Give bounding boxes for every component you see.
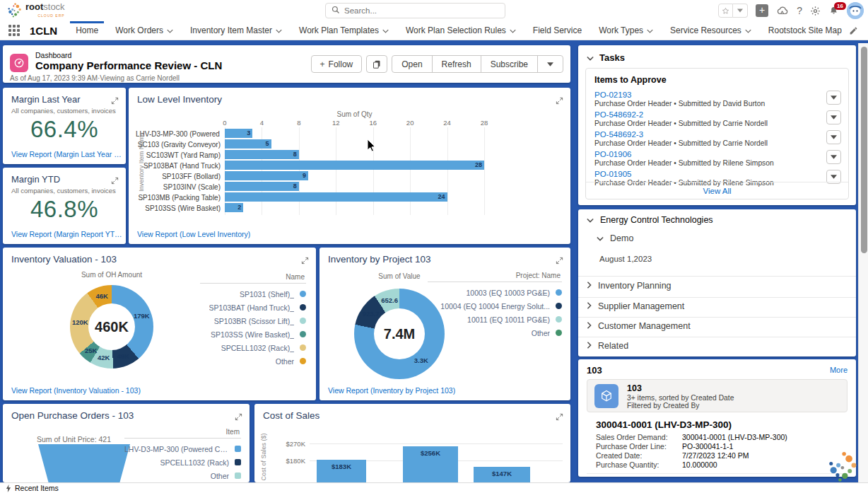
approval-item-link[interactable]: PO-02193 (594, 91, 820, 99)
legend-entry[interactable]: Other (200, 354, 306, 368)
tab-home[interactable]: Home (67, 21, 107, 40)
chevron-down-icon (597, 233, 604, 243)
bar[interactable]: 8 (225, 150, 299, 159)
legend-entry[interactable]: SP103SS (Wire Basket)_ (200, 327, 306, 341)
section-related[interactable]: Related (587, 341, 628, 351)
recent-items-bar[interactable]: Recent Items (0, 482, 868, 493)
approval-item-link[interactable]: PO-01905 (594, 170, 820, 178)
section-supplier-management[interactable]: Supplier Management (587, 301, 684, 311)
rootstock-logo[interactable]: rootstock CLOUD ERP (7, 1, 65, 21)
legend-entry[interactable]: SP103BAT (Hand Truck)_ (200, 301, 306, 314)
search-input[interactable] (344, 6, 499, 15)
record-field: Sales Order Demand: 300041-0001 (LHV-D3-… (596, 433, 848, 441)
help-icon[interactable]: ? (797, 5, 802, 16)
subscribe-button[interactable]: Subscribe (481, 56, 537, 72)
divider (578, 276, 856, 277)
view-report-link[interactable]: View Report (Inventory by Project 103) (328, 386, 455, 395)
approval-item-link[interactable]: PO-01906 (594, 150, 820, 158)
view-report-link[interactable]: View Report (Inventory Valuation - 103) (11, 386, 141, 395)
bar[interactable]: 28 (225, 161, 484, 170)
more-actions-caret-button[interactable] (537, 56, 563, 72)
tab-work-plan-selection-rules[interactable]: Work Plan Selection Rules (397, 21, 524, 40)
list-name: 103 (627, 383, 642, 393)
brand-word-bold: root (25, 1, 43, 12)
brand-word-light: stock (43, 1, 64, 12)
tab-field-service[interactable]: Field Service (524, 21, 590, 40)
refresh-button[interactable]: Refresh (432, 56, 481, 72)
legend-entry[interactable]: 10011 (EQ 10011 PG&E) (428, 313, 562, 326)
global-actions-icon[interactable]: + (756, 4, 768, 17)
expand-icon[interactable] (111, 175, 119, 187)
metric-subtitle: All companies, customers, invoices (11, 107, 116, 115)
bar[interactable]: 2 (225, 203, 243, 212)
legend-swatch (300, 344, 306, 351)
view-all-link[interactable]: View All (586, 182, 848, 199)
legend-entry[interactable]: SPCELL1032 (Rack) (124, 456, 241, 469)
notifications-bell-icon[interactable]: 16 (828, 6, 839, 16)
favorites-menu-button[interactable] (733, 4, 748, 18)
column-chart-area: Cost of Sales ($)$270K$180K$183K$256K$14… (254, 404, 570, 482)
legend-title: Item (124, 428, 241, 439)
x-tick-label: 24 (439, 119, 456, 127)
view-report-link[interactable]: View Report (Margin Report YTD by Custo.… (11, 230, 124, 238)
approval-item-menu-button[interactable] (826, 150, 841, 164)
tab-work-plan-templates[interactable]: Work Plan Templates (291, 21, 397, 40)
user-avatar[interactable] (847, 2, 864, 19)
approval-item-menu-button[interactable] (826, 91, 841, 105)
approval-item-menu-button[interactable] (826, 130, 841, 144)
legend-entry[interactable]: Other (124, 469, 241, 482)
approval-item-link[interactable]: PO-548692-3 (594, 130, 820, 139)
view-report-link[interactable]: View Report (Low Level Inventory) (137, 230, 250, 238)
chevron-down-icon[interactable] (587, 52, 594, 63)
edit-nav-pencil-icon[interactable] (849, 25, 858, 38)
bar[interactable]: 8 (225, 182, 299, 191)
tab-service-resources[interactable]: Service Resources (662, 21, 760, 40)
list-summary-card[interactable]: 103 3+ items, sorted by Created Date Fil… (587, 379, 848, 412)
account-section-header[interactable]: Energy Control Technologies (587, 215, 713, 225)
setup-gear-icon[interactable] (810, 6, 821, 16)
legend-entry[interactable]: SPCELL1032 (Rack)_ (200, 341, 306, 354)
more-link[interactable]: More (830, 366, 848, 374)
approval-item: PO-548692-2 Purchase Order Header • Subm… (594, 110, 820, 129)
legend-entry[interactable]: 10004 (EQ 10004 Energy Solut... (428, 299, 562, 313)
demo-subsection-header[interactable]: Demo (597, 233, 633, 243)
scrollbar-thumb[interactable] (861, 47, 867, 253)
legend-entry[interactable]: SP103BR (Scissor Lift)_ (200, 314, 306, 327)
field-value: PO-300041-1-1 (682, 442, 733, 451)
approval-item-menu-button[interactable] (826, 110, 841, 124)
tab-inventory-item-master[interactable]: Inventory Item Master (182, 21, 291, 40)
metric-value: 66.4% (3, 116, 126, 143)
section-inventory-planning[interactable]: Inventory Planning (587, 281, 671, 291)
approval-item-link[interactable]: PO-548692-2 (594, 110, 820, 119)
funnel-segment[interactable] (38, 444, 130, 482)
bar[interactable]: 9 (225, 171, 308, 180)
tab-rootstock-site-map[interactable]: Rootstock Site Map (760, 21, 850, 40)
expand-icon[interactable] (556, 95, 563, 108)
clone-dashboard-button[interactable] (366, 55, 387, 73)
dashboard-meta: As of Aug 17, 2023 9:39 AM·Viewing as Ca… (10, 74, 180, 82)
tab-work-types[interactable]: Work Types (590, 21, 662, 40)
legend-entry[interactable]: LHV-D3-MP-300 (Powered Co... (124, 442, 241, 456)
x-tick-label: 4 (253, 119, 270, 127)
follow-button[interactable]: +Follow (311, 55, 363, 73)
tab-work-orders[interactable]: Work Orders (107, 21, 182, 40)
view-report-link[interactable]: View Report (Margin Last Year by Custom.… (11, 150, 124, 158)
legend-entry[interactable]: Other (428, 326, 562, 340)
bar[interactable]: 24 (225, 192, 447, 202)
bar[interactable]: 5 (225, 139, 271, 149)
legend-title: Project: Name (428, 272, 562, 282)
x-tick-label: 16 (365, 119, 382, 127)
approval-item-sub: Purchase Order Header • Submitted by Dav… (594, 100, 820, 108)
bar[interactable]: 3 (225, 129, 252, 138)
bar-value-label: $183K (317, 463, 366, 470)
legend-entry[interactable]: SP1031 (Shelf)_ (200, 287, 306, 301)
open-button[interactable]: Open (392, 56, 431, 72)
expand-icon[interactable] (111, 95, 119, 108)
global-search[interactable] (325, 3, 505, 18)
page-scrollbar[interactable] (858, 43, 868, 482)
legend-entry[interactable]: 10003 (EQ 10003 PG&E) (428, 286, 562, 299)
section-customer-management[interactable]: Customer Management (587, 321, 691, 331)
app-launcher-waffle-icon[interactable] (8, 25, 20, 36)
favorite-star-button[interactable] (718, 4, 733, 18)
trailhead-icon[interactable] (776, 5, 789, 16)
